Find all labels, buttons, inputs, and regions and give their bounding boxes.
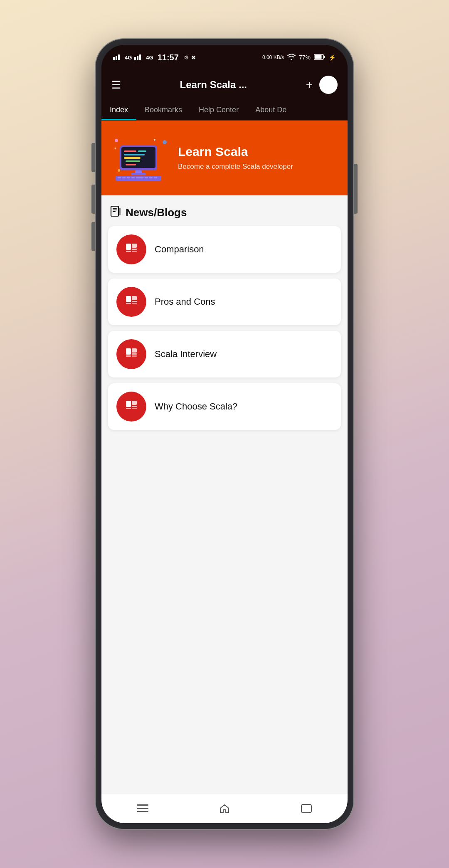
svg-rect-41 bbox=[132, 249, 137, 250]
svg-rect-35 bbox=[113, 210, 117, 210]
svg-rect-0 bbox=[113, 57, 115, 60]
tab-about[interactable]: About De bbox=[247, 100, 295, 120]
svg-rect-56 bbox=[132, 406, 137, 407]
list-item[interactable]: Why Choose Scala? bbox=[108, 383, 341, 430]
svg-text:✦: ✦ bbox=[114, 147, 117, 150]
svg-rect-52 bbox=[132, 355, 137, 357]
svg-rect-18 bbox=[131, 173, 146, 175]
svg-rect-23 bbox=[131, 177, 135, 178]
svg-rect-46 bbox=[132, 301, 137, 302]
battery-percent: 77% bbox=[299, 54, 311, 61]
list-item[interactable]: Comparison bbox=[108, 226, 341, 273]
svg-rect-5 bbox=[139, 54, 141, 60]
wifi-icon bbox=[287, 54, 296, 62]
section-header: News/Blogs bbox=[101, 195, 348, 226]
tab-bar: Index Bookmarks Help Center About De bbox=[101, 100, 348, 121]
network-label-1: 4G bbox=[125, 54, 132, 61]
svg-rect-21 bbox=[122, 177, 126, 178]
svg-rect-45 bbox=[132, 296, 137, 300]
app-bar: ☰ Learn Scala ... + bbox=[101, 70, 348, 100]
svg-rect-4 bbox=[137, 56, 138, 60]
svg-point-30 bbox=[118, 169, 120, 172]
svg-rect-24 bbox=[136, 177, 143, 178]
svg-rect-12 bbox=[138, 150, 146, 152]
svg-rect-44 bbox=[126, 303, 131, 304]
banner-subtitle: Become a complete Scala developer bbox=[178, 162, 338, 172]
bottom-nav-back[interactable] bbox=[294, 796, 319, 821]
app-title: Learn Scala ... bbox=[128, 79, 299, 91]
svg-rect-13 bbox=[124, 154, 145, 155]
status-right: 0.00 KB/s 77% ⚡ bbox=[262, 54, 336, 62]
time-display: 11:57 bbox=[158, 53, 179, 62]
svg-rect-42 bbox=[132, 251, 137, 252]
banner-text: Learn Scala Become a complete Scala deve… bbox=[178, 144, 338, 172]
list-item[interactable]: Scala Interview bbox=[108, 331, 341, 377]
svg-rect-61 bbox=[301, 804, 311, 813]
svg-rect-38 bbox=[126, 244, 131, 250]
svg-point-28 bbox=[115, 139, 118, 142]
phone-screen: 4G 4G 11:57 ⚙ ✖ 0.00 KB/s bbox=[101, 45, 348, 823]
bottom-nav bbox=[101, 793, 348, 823]
network-label-2: 4G bbox=[146, 54, 153, 61]
notch bbox=[208, 45, 241, 57]
svg-rect-60 bbox=[137, 811, 148, 812]
svg-rect-59 bbox=[137, 808, 148, 809]
svg-rect-48 bbox=[126, 348, 131, 355]
charging-icon: ⚡ bbox=[329, 54, 336, 61]
list-item[interactable]: Pros and Cons bbox=[108, 279, 341, 325]
svg-rect-55 bbox=[132, 401, 137, 405]
svg-rect-27 bbox=[154, 177, 157, 178]
comparison-icon bbox=[116, 234, 146, 264]
tab-bookmarks[interactable]: Bookmarks bbox=[136, 100, 190, 120]
svg-rect-36 bbox=[113, 211, 116, 212]
usb2-icon: ✖ bbox=[191, 54, 196, 61]
svg-rect-57 bbox=[132, 408, 137, 409]
tab-index[interactable]: Index bbox=[101, 100, 136, 120]
banner-illustration: ✦ ✦ bbox=[111, 133, 170, 183]
svg-rect-2 bbox=[118, 54, 120, 60]
svg-rect-20 bbox=[118, 177, 121, 178]
avatar[interactable] bbox=[319, 76, 338, 94]
svg-rect-47 bbox=[132, 303, 137, 304]
svg-rect-14 bbox=[124, 157, 141, 159]
svg-rect-49 bbox=[126, 355, 131, 357]
svg-rect-1 bbox=[116, 56, 117, 60]
svg-rect-3 bbox=[134, 57, 136, 60]
pros-cons-label: Pros and Cons bbox=[155, 296, 215, 307]
add-icon[interactable]: + bbox=[306, 78, 313, 91]
svg-rect-15 bbox=[126, 160, 140, 162]
svg-rect-34 bbox=[113, 208, 117, 209]
bottom-nav-home[interactable] bbox=[212, 796, 237, 821]
scala-interview-label: Scala Interview bbox=[155, 349, 217, 360]
tab-help-center[interactable]: Help Center bbox=[190, 100, 247, 120]
svg-rect-37 bbox=[119, 208, 121, 215]
svg-rect-40 bbox=[132, 244, 137, 248]
svg-rect-50 bbox=[132, 348, 137, 353]
svg-rect-51 bbox=[132, 353, 137, 355]
bottom-nav-menu[interactable] bbox=[130, 796, 155, 821]
data-speed: 0.00 KB/s bbox=[262, 54, 284, 60]
svg-text:✦: ✦ bbox=[153, 138, 156, 142]
signal-4g-1-icon bbox=[113, 54, 122, 62]
svg-rect-7 bbox=[324, 56, 325, 58]
usb-icon: ⚙ bbox=[184, 54, 189, 61]
pros-cons-icon bbox=[116, 287, 146, 317]
comparison-label: Comparison bbox=[155, 244, 204, 255]
content-area: ✦ ✦ Learn Scala Become a complete Scala … bbox=[101, 121, 348, 793]
status-left: 4G 4G 11:57 ⚙ ✖ bbox=[113, 53, 196, 62]
phone-frame: 4G 4G 11:57 ⚙ ✖ 0.00 KB/s bbox=[96, 39, 353, 829]
svg-rect-58 bbox=[137, 804, 148, 806]
hamburger-menu-icon[interactable]: ☰ bbox=[111, 79, 121, 90]
battery-icon bbox=[314, 54, 326, 62]
banner: ✦ ✦ Learn Scala Become a complete Scala … bbox=[101, 121, 348, 195]
svg-rect-53 bbox=[126, 401, 131, 407]
section-title: News/Blogs bbox=[126, 206, 187, 219]
list-container: Comparison Pros and Cons bbox=[101, 226, 348, 438]
svg-rect-11 bbox=[124, 150, 136, 152]
svg-rect-22 bbox=[127, 177, 130, 178]
svg-rect-8 bbox=[315, 55, 322, 59]
scala-interview-icon bbox=[116, 339, 146, 369]
svg-rect-54 bbox=[126, 408, 131, 409]
why-choose-scala-label: Why Choose Scala? bbox=[155, 401, 237, 412]
banner-title: Learn Scala bbox=[178, 144, 338, 159]
